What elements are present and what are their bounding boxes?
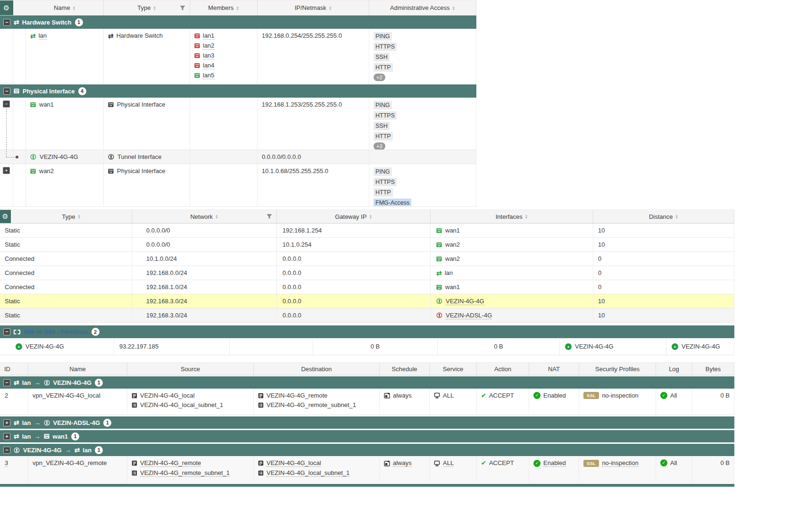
source-object[interactable]: VEZIN-4G-4G_local_subnet_1 [140, 401, 223, 408]
interface-name[interactable]: VEZIN-4G-4G [40, 153, 78, 160]
expand-icon[interactable]: + [3, 433, 10, 440]
policy-row-2[interactable]: 2 vpn_VEZIN-4G-4G_local VEZIN-4G-4G_loca… [0, 389, 734, 415]
member-port[interactable]: lan4 [203, 62, 215, 69]
route-interface[interactable]: VEZIN-4G-4G [446, 298, 484, 305]
column-header-service[interactable]: Service [430, 363, 477, 375]
route-row[interactable]: Connected 192.168.1.0/24 0.0.0.0 wan1 0 [0, 280, 734, 294]
column-header-security-profiles[interactable]: Security Profiles [579, 363, 656, 375]
source-object[interactable]: VEZIN-4G-4G_local [140, 392, 195, 399]
service-value[interactable]: ALL [443, 392, 454, 399]
interface-row-wan1[interactable]: wan1 Physical Interface 192.168.1.253/25… [0, 98, 476, 150]
service-value[interactable]: ALL [443, 459, 454, 467]
column-header-members[interactable]: Members ▲▼ [190, 0, 258, 15]
destination-object[interactable]: VEZIN-4G-4G_remote_subnet_1 [266, 401, 356, 408]
interface-name[interactable]: wan1 [39, 101, 54, 108]
policy-group-vezin4g-lan[interactable]: − VEZIN-4G-4G → ⇄ lan 1 [0, 444, 734, 456]
column-header-nat[interactable]: NAT [529, 363, 579, 375]
column-header-admin-access[interactable]: Administrative Access ▲▼ [369, 0, 476, 15]
collapse-icon[interactable]: − [3, 19, 10, 26]
phase2-selector: VEZIN-4G-4G [575, 343, 614, 350]
member-port[interactable]: lan2 [203, 42, 215, 50]
nat-value[interactable]: Enabled [543, 459, 566, 467]
destination-object[interactable]: VEZIN-4G-4G_local_subnet_1 [266, 469, 349, 477]
policy-row-3[interactable]: 3 vpn_VEZIN-4G-4G_remote VEZIN-4G-4G_rem… [0, 456, 734, 482]
expand-icon[interactable]: + [3, 167, 10, 174]
access-more-badge[interactable]: +3 [374, 142, 385, 150]
access-more-badge[interactable]: +2 [374, 74, 385, 81]
route-row[interactable]: Static 0.0.0.0/0 10.1.0.254 wan2 10 [0, 238, 734, 252]
security-profile-value[interactable]: no-inspection [602, 392, 638, 399]
group-header-hardware-switch[interactable]: − ⇄ Hardware Switch 1 [0, 16, 476, 29]
column-header-source[interactable]: Source [127, 363, 254, 375]
group-header-site-to-site[interactable]: − Site to Site - FortiGate 2 [0, 325, 734, 338]
policy-group-lan-vezin4g[interactable]: − ⇄ lan → VEZIN-4G-4G 1 [0, 376, 734, 389]
schedule-value[interactable]: always [393, 392, 412, 399]
column-header-action[interactable]: Action [477, 363, 529, 375]
route-interface[interactable]: VEZIN-ADSL-4G [446, 312, 492, 319]
group-header-physical-interface[interactable]: − Physical Interface 4 [0, 84, 476, 98]
log-value[interactable]: All [670, 459, 677, 466]
table-settings-button[interactable]: ⚙ [0, 210, 11, 223]
column-header-ip-netmask[interactable]: IP/Netmask ▲▼ [258, 0, 369, 15]
ethernet-icon [436, 242, 442, 248]
action-value[interactable]: ACCEPT [489, 459, 514, 466]
column-header-id[interactable]: ID [0, 363, 28, 375]
route-row[interactable]: Static 0.0.0.0/0 192.168.1.254 wan1 10 [0, 224, 734, 238]
column-header-schedule[interactable]: Schedule [380, 363, 430, 375]
collapse-icon[interactable]: − [3, 379, 10, 386]
schedule-value[interactable]: always [393, 459, 412, 467]
destination-object[interactable]: VEZIN-4G-4G_remote [266, 392, 327, 399]
policy-group-lan-vezinadsl[interactable]: + ⇄ lan → VEZIN-ADSL-4G 1 [0, 416, 734, 429]
policy-id[interactable]: 3 [5, 459, 8, 467]
expand-icon[interactable]: + [3, 419, 10, 426]
collapse-icon[interactable]: − [3, 100, 10, 108]
column-header-name[interactable]: Name ▲▼ [26, 0, 104, 15]
interface-row-lan[interactable]: ⇄ lan ⇄ Hardware Switch lan1 lan2 lan3 l… [0, 29, 476, 83]
route-row[interactable]: Static 192.168.3.0/24 0.0.0.0 VEZIN-ADSL… [0, 308, 734, 323]
column-header-distance[interactable]: Distance ▲▼ [593, 210, 734, 223]
column-header-bytes[interactable]: Bytes [692, 363, 734, 375]
column-header-interfaces[interactable]: Interfaces ▲▼ [431, 210, 593, 223]
route-row[interactable]: Connected 192.168.0.0/24 0.0.0.0 ⇄ lan 0 [0, 266, 734, 280]
next-group-bar-partial[interactable] [0, 484, 734, 487]
action-value[interactable]: ACCEPT [489, 392, 514, 399]
interface-name[interactable]: wan2 [39, 167, 54, 175]
column-header-gateway-ip[interactable]: Gateway IP ▲▼ [277, 210, 431, 223]
access-badge: SSH [374, 122, 390, 130]
member-port[interactable]: lan1 [203, 32, 215, 40]
member-port[interactable]: lan5 [203, 72, 215, 79]
route-row-selected[interactable]: Static 192.168.3.0/24 0.0.0.0 VEZIN-4G-4… [0, 294, 734, 308]
service-icon [434, 392, 440, 399]
collapse-icon[interactable]: − [3, 328, 10, 335]
nat-value[interactable]: Enabled [543, 392, 566, 399]
column-header-log[interactable]: Log [656, 363, 692, 375]
vpn-tunnel-row[interactable]: ▲ VEZIN-4G-4G 93.22.197.185 0 B 0 B ▲ VE… [0, 338, 734, 355]
member-port[interactable]: lan3 [203, 52, 215, 59]
interface-name[interactable]: lan [39, 32, 47, 40]
source-object[interactable]: VEZIN-4G-4G_remote [140, 459, 201, 467]
route-row[interactable]: Connected 10.1.0.0/24 0.0.0.0 wan2 0 [0, 252, 734, 266]
tunnel-icon [44, 380, 50, 386]
column-header-type[interactable]: Type ▲▼ [11, 210, 132, 223]
security-profile-value[interactable]: no-inspection [602, 459, 638, 467]
policy-name: vpn_VEZIN-4G-4G_local [28, 389, 127, 415]
column-header-destination[interactable]: Destination [254, 363, 380, 375]
access-badge: SSH [374, 53, 390, 61]
column-header-type[interactable]: Type ▲▼ [104, 0, 190, 15]
policy-group-lan-wan1[interactable]: + ⇄ lan → wan1 1 [0, 430, 734, 442]
filter-icon[interactable] [180, 5, 185, 11]
log-value[interactable]: All [670, 392, 677, 399]
collapse-icon[interactable]: − [3, 88, 10, 95]
column-header-name[interactable]: Name [28, 363, 127, 375]
interface-row-wan2[interactable]: wan2 Physical Interface 10.1.0.68/255.25… [0, 164, 476, 207]
column-header-network[interactable]: Network ▲▼ [132, 210, 277, 223]
source-object[interactable]: VEZIN-4G-4G_remote_subnet_1 [140, 469, 230, 477]
destination-object[interactable]: VEZIN-4G-4G_local [266, 459, 321, 467]
tunnel-icon [14, 447, 20, 453]
ethernet-icon [194, 33, 200, 39]
table-settings-button[interactable]: ⚙ [0, 0, 13, 15]
filter-icon[interactable] [266, 214, 272, 219]
interface-row-vezin-4g-4g[interactable]: VEZIN-4G-4G Tunnel Interface 0.0.0.0/0.0… [0, 150, 476, 164]
collapse-icon[interactable]: − [3, 447, 10, 454]
vpn-group-label[interactable]: Site to Site - FortiGate [24, 328, 88, 335]
